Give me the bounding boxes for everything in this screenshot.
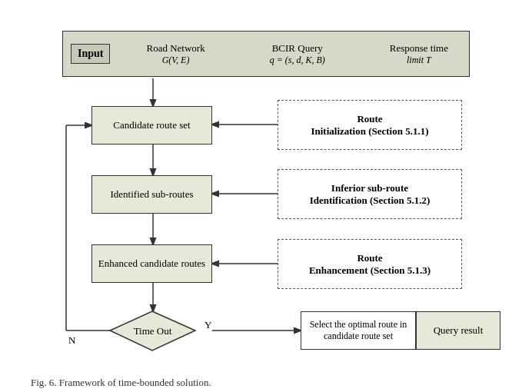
col3-bottom: limit T [390, 55, 448, 66]
timeout-diamond: Time Out [108, 310, 197, 352]
identified-subroutes-label: Identified sub-routes [111, 188, 194, 201]
col1-top: Road Network [146, 42, 204, 55]
label-y: Y [204, 319, 211, 331]
input-col-network: Road Network G(V, E) [146, 42, 204, 66]
dashed2-title: Inferior sub-route [310, 182, 431, 194]
dashed1-content: Route Initialization (Section 5.1.1) [311, 113, 428, 138]
dashed3-content: Route Enhancement (Section 5.1.3) [309, 252, 431, 277]
dashed2-subtitle: Identification (Section 5.1.2) [310, 194, 431, 207]
dashed3-subtitle: Enhancement (Section 5.1.3) [309, 264, 431, 277]
candidate-route-label: Candidate route set [113, 119, 190, 131]
select-route-label: Select the optimal route in candidate ro… [301, 319, 415, 342]
input-box: Input Road Network G(V, E) BCIR Query q … [62, 31, 470, 77]
figure-caption: Fig. 6. Framework of time-bounded soluti… [31, 377, 517, 389]
label-n: N [68, 334, 75, 347]
select-route-box: Select the optimal route in candidate ro… [301, 311, 416, 350]
dashed-box-3: Route Enhancement (Section 5.1.3) [278, 239, 462, 289]
dashed2-content: Inferior sub-route Identification (Secti… [310, 182, 431, 207]
input-col-response: Response time limit T [390, 42, 448, 66]
col2-bottom: q = (s, d, K, B) [270, 55, 325, 66]
dashed1-subtitle: Initialization (Section 5.1.1) [311, 125, 428, 138]
col3-top: Response time [390, 42, 448, 55]
dashed1-title: Route [311, 113, 428, 125]
query-result-box: Query result [416, 311, 500, 350]
dashed-box-1: Route Initialization (Section 5.1.1) [278, 100, 462, 150]
diagram: Input Road Network G(V, E) BCIR Query q … [16, 15, 516, 369]
candidate-route-box: Candidate route set [91, 106, 212, 145]
dashed-box-2: Inferior sub-route Identification (Secti… [278, 169, 462, 219]
col1-bottom: G(V, E) [146, 55, 204, 66]
timeout-label: Time Out [108, 325, 197, 337]
identified-subroutes-box: Identified sub-routes [91, 175, 212, 214]
enhanced-routes-box: Enhanced candidate routes [91, 244, 212, 283]
col2-top: BCIR Query [270, 42, 325, 55]
input-label: Input [71, 44, 110, 64]
enhanced-routes-label: Enhanced candidate routes [98, 257, 205, 270]
dashed3-title: Route [309, 252, 431, 264]
query-result-label: Query result [434, 324, 484, 337]
input-col-query: BCIR Query q = (s, d, K, B) [270, 42, 325, 66]
input-columns: Road Network G(V, E) BCIR Query q = (s, … [125, 42, 469, 66]
